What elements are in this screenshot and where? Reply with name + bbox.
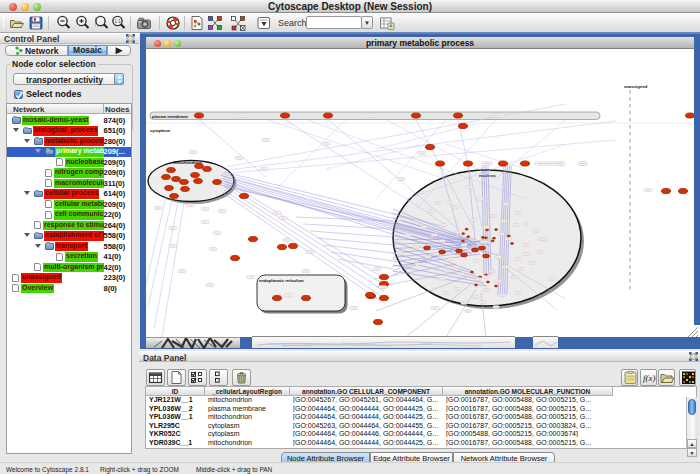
svg-text:cytoplasm: cytoplasm (150, 128, 171, 133)
svg-text:1:1: 1:1 (115, 19, 122, 24)
svg-text:endoplasmic reticulum: endoplasmic reticulum (259, 278, 304, 283)
svg-text:f(x): f(x) (643, 373, 656, 383)
svg-text:plasma membrane: plasma membrane (152, 114, 189, 119)
svg-text:unassigned: unassigned (624, 84, 648, 89)
